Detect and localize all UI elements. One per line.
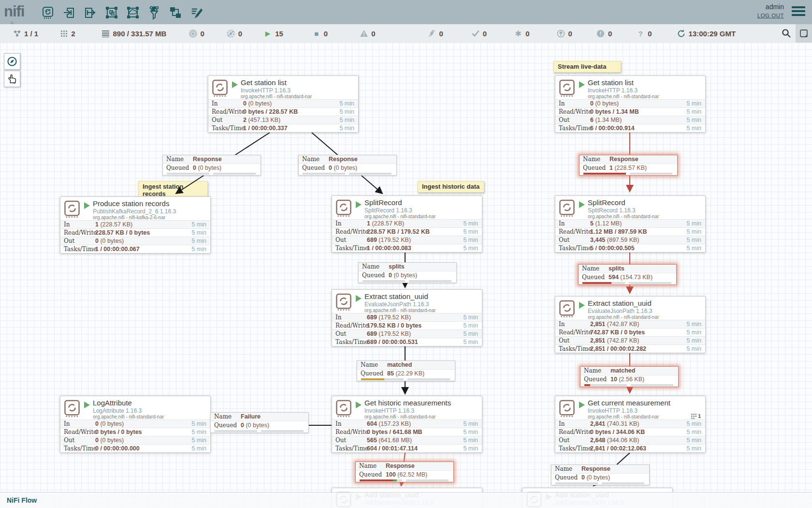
connection-response-queue[interactable]: NameResponse Queued0 (0 bytes) xyxy=(298,155,397,176)
stat-in: In1 (228.57 KB)5 min xyxy=(60,220,210,228)
status-queued: 890 / 331.57 MB xyxy=(102,30,167,38)
output-port-draggable-icon[interactable] xyxy=(84,5,97,20)
processor-get-station-list-live[interactable]: Get station list InvokeHTTP 1.16.3 org.a… xyxy=(555,75,706,133)
status-stopped: ■0 xyxy=(312,30,328,38)
canvas-label-ingest-historic-data[interactable]: Ingest historic data xyxy=(418,181,484,193)
template-draggable-icon[interactable] xyxy=(169,5,182,20)
connection-splits-queue-live[interactable]: Namesplits Queued594 (154.73 KB) xyxy=(578,264,677,285)
cluster-icon xyxy=(13,30,21,38)
status-refresh[interactable]: 13:00:29 GMT xyxy=(677,30,736,38)
stat-out: Out3,445 (897.59 KB)5 min xyxy=(555,236,705,244)
stat-readwrite: Read/Write0 bytes / 641.68 MB5 min xyxy=(332,428,482,436)
processor-splitrecord-live[interactable]: SplitRecord SplitRecord 1.16.3 org.apach… xyxy=(555,195,706,253)
process-group-draggable-icon[interactable] xyxy=(105,5,118,20)
stat-out: Out689 (179.52 KB)5 min xyxy=(332,329,482,338)
stat-tasks: Tasks/Time604 / 00:01:47.1145 min xyxy=(332,444,482,452)
processor-type-icon xyxy=(335,199,352,217)
processor-name: Get station list xyxy=(241,78,287,87)
processor-name: Get current measurement xyxy=(588,399,670,407)
stat-out: Out565 (641.68 MB)5 min xyxy=(332,436,482,444)
processor-type-icon xyxy=(559,79,575,97)
connection-matched-queue[interactable]: Namematched Queued85 (22.29 KB) xyxy=(357,360,455,381)
stat-in: In1 (228.57 KB)5 min xyxy=(332,219,482,227)
processor-get-current-measurement[interactable]: Get current measurement InvokeHTTP 1.16.… xyxy=(555,396,706,453)
not-transmitting-icon xyxy=(227,30,235,38)
breadcrumb-bar: NiFi Flow xyxy=(0,492,812,508)
connection-response-queue-historic[interactable]: NameResponse Queued100 (62.52 MB) xyxy=(355,462,454,482)
input-port-draggable-icon[interactable] xyxy=(63,5,75,20)
stat-out: Out0 (0 bytes)5 min xyxy=(60,237,210,245)
connection-response-queue-live[interactable]: NameResponse Queued1 (228.57 KB) xyxy=(579,155,678,176)
stat-out: Out689 (179.52 KB)5 min xyxy=(332,236,482,244)
canvas-label-stream-live-data[interactable]: Stream live-data xyxy=(553,61,621,73)
stat-tasks: Tasks/Time0 / 00:00:00.0005 min xyxy=(60,444,210,452)
stat-readwrite: Read/Write0 bytes / 1.34 MB5 min xyxy=(555,107,705,116)
connection-response-queue-current[interactable]: NameResponse Queued0 (0 bytes) xyxy=(551,464,650,485)
stat-readwrite: Read/Write228.57 KB / 0 bytes5 min xyxy=(60,228,210,237)
status-threads: 2 xyxy=(59,30,75,38)
operate-panel-button[interactable] xyxy=(796,24,812,43)
processor-name: Produce station records xyxy=(93,199,169,208)
queue-progress-bars xyxy=(359,280,456,283)
status-sync-failure: ?0 xyxy=(636,30,652,38)
processor-type: InvokeHTTP 1.16.3 xyxy=(364,407,414,414)
running-icon xyxy=(84,202,90,209)
connection-splits-queue[interactable]: Namesplits Queued0 (0 bytes) xyxy=(358,262,457,283)
status-locally-modified-stale: 0 xyxy=(596,30,612,38)
processor-bundle: org.apache.nifi - nifi-standard-nar xyxy=(93,414,164,419)
invalid-icon xyxy=(360,30,368,37)
current-user: admin xyxy=(757,3,784,11)
processor-extract-station-uuid[interactable]: Extract station_uuid EvaluateJsonPath 1.… xyxy=(332,289,482,346)
processor-name: Get historic measurements xyxy=(364,399,451,407)
stat-out: Out2 (457.13 KB)5 min xyxy=(208,116,358,124)
processor-logattribute[interactable]: LogAttribute LogAttribute 1.16.3 org.apa… xyxy=(60,396,211,453)
connection-failure-queue[interactable]: NameFailure Queued0 (0 bytes) xyxy=(210,412,309,433)
processor-type: InvokeHTTP 1.16.3 xyxy=(588,407,638,414)
processor-type-icon xyxy=(559,300,575,317)
status-invalid: 0 xyxy=(360,30,375,38)
disabled-icon xyxy=(428,30,436,37)
status-disabled: 0 xyxy=(428,30,443,38)
processor-bundle: org.apache.nifi - nifi-standard-nar xyxy=(364,414,435,419)
queue-progress-bars xyxy=(580,172,677,175)
processor-get-station-list[interactable]: Get station list InvokeHTTP 1.16.3 org.a… xyxy=(208,75,359,133)
processor-draggable-icon[interactable] xyxy=(42,5,54,20)
processor-type-icon xyxy=(64,400,80,417)
running-icon xyxy=(356,201,362,208)
running-icon xyxy=(579,81,585,88)
processor-type-icon xyxy=(212,79,228,97)
processor-extract-station-uuid-live[interactable]: Extract station_uuid EvaluateJsonPath 1.… xyxy=(555,296,706,353)
processor-splitrecord[interactable]: SplitRecord SplitRecord 1.16.3 org.apach… xyxy=(332,195,482,253)
processor-get-historic-measurements[interactable]: Get historic measurements InvokeHTTP 1.1… xyxy=(332,396,482,453)
label-draggable-icon[interactable] xyxy=(190,5,203,20)
queue-progress-bars xyxy=(163,172,261,175)
processor-type: PublishKafkaRecord_2_6 1.16.3 xyxy=(93,208,176,215)
logout-link[interactable]: LOG OUT xyxy=(757,13,784,18)
refresh-icon[interactable] xyxy=(677,30,686,38)
processor-type-icon xyxy=(559,400,575,417)
stopped-icon: ■ xyxy=(312,30,321,38)
status-cluster: 1 / 1 xyxy=(13,30,38,38)
navigate-button[interactable] xyxy=(4,53,20,70)
birdseye-hand-button[interactable] xyxy=(4,71,20,87)
queue-progress-bars xyxy=(551,482,649,485)
remote-process-group-draggable-icon[interactable] xyxy=(127,5,139,20)
processor-type-icon xyxy=(559,199,575,217)
queue-progress-bars xyxy=(357,378,455,381)
stat-tasks: Tasks/Time6 / 00:00:00.9145 min xyxy=(555,124,705,132)
funnel-draggable-icon[interactable] xyxy=(148,5,160,20)
processor-produce-station-records[interactable]: Produce station records PublishKafkaReco… xyxy=(60,196,211,254)
connection-response-queue[interactable]: NameResponse Queued0 (0 bytes) xyxy=(162,155,261,176)
processor-type: SplitRecord 1.16.3 xyxy=(364,207,412,214)
processor-type: SplitRecord 1.16.3 xyxy=(588,207,636,214)
processor-bundle: org.apache.nifi - nifi-standard-nar xyxy=(241,94,312,99)
breadcrumb[interactable]: NiFi Flow xyxy=(7,496,37,504)
stat-out: Out6 (1.34 MB)5 min xyxy=(555,116,705,124)
stat-tasks: Tasks/Time2,841 / 00:02:12.0635 min xyxy=(555,444,705,452)
processor-type: InvokeHTTP 1.16.3 xyxy=(241,87,290,94)
search-button[interactable] xyxy=(780,27,793,40)
queue-progress-bars xyxy=(299,172,396,175)
processor-type-icon xyxy=(335,400,352,417)
global-menu-icon[interactable] xyxy=(792,6,805,18)
connection-matched-queue-live[interactable]: Namematched Queued10 (2.56 KB) xyxy=(580,366,679,387)
